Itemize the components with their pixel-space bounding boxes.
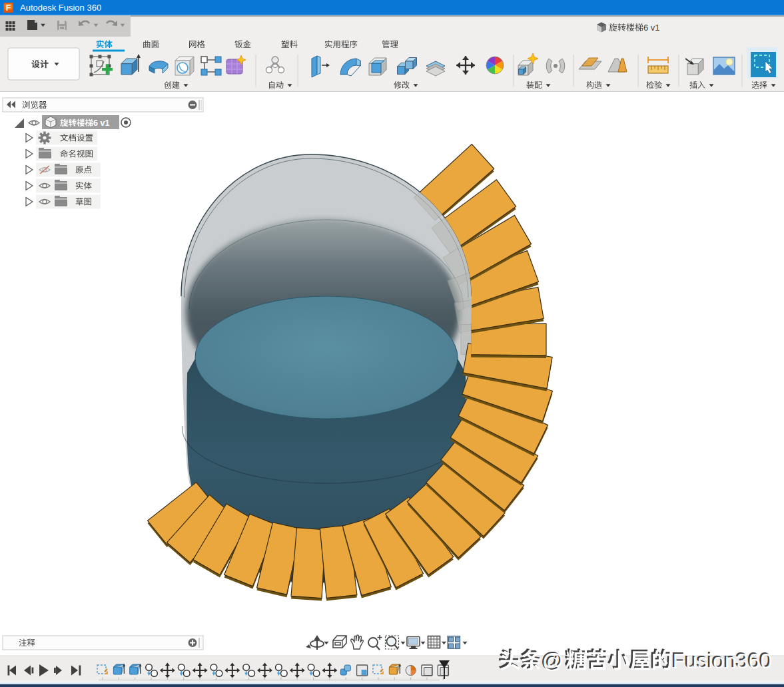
- svg-text:F: F: [6, 3, 11, 13]
- svg-text:6 v1: 6 v1: [643, 23, 660, 33]
- svg-text:6 v1: 6 v1: [93, 118, 109, 128]
- svg-text:@: @: [542, 649, 564, 673]
- svg-text:Fusion360: Fusion360: [673, 649, 772, 673]
- svg-text:Autodesk Fusion 360: Autodesk Fusion 360: [20, 3, 101, 13]
